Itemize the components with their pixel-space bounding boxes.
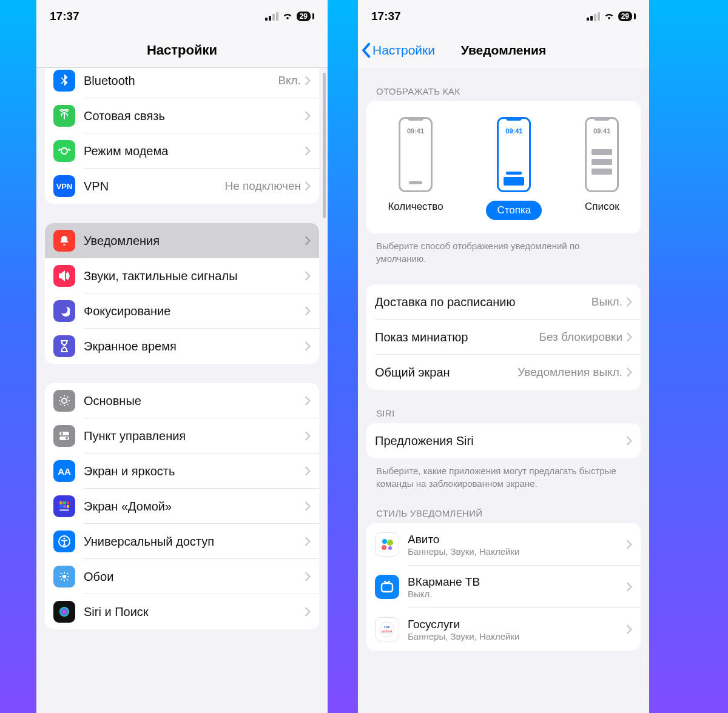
svg-rect-10: [67, 505, 69, 508]
chevron-right-icon: [305, 466, 311, 476]
notification-settings-group: Доставка по расписанию Выкл. Показ миниа…: [366, 284, 641, 390]
row-label: Siri и Поиск: [84, 605, 305, 619]
accessibility-icon: [53, 531, 75, 552]
row-label: Основные: [84, 394, 305, 408]
row-scheduled-delivery[interactable]: Доставка по расписанию Выкл.: [366, 284, 641, 320]
display-as-count[interactable]: 09:41 Количество: [388, 117, 443, 220]
svg-rect-7: [67, 501, 69, 504]
display-as-label: Список: [585, 201, 619, 213]
app-icon-avito: [375, 532, 399, 557]
svg-point-16: [382, 539, 387, 544]
svg-point-15: [59, 607, 69, 617]
display-as-label: Количество: [388, 201, 443, 213]
chevron-right-icon: [305, 236, 311, 246]
hotspot-icon: [53, 140, 75, 162]
app-sub: Выкл.: [408, 589, 480, 599]
row-controlcenter[interactable]: Пункт управления: [45, 418, 319, 454]
wifi-icon: [282, 12, 293, 21]
vpn-icon: VPN: [53, 175, 75, 197]
row-show-previews[interactable]: Показ миниатюр Без блокировки: [366, 320, 641, 355]
section-footer-siri: Выберите, какие приложения могут предлаг…: [358, 464, 649, 490]
chevron-right-icon: [305, 501, 311, 511]
app-notification-group: Авито Баннеры, Звуки, Наклейки ВКармане …: [366, 523, 641, 651]
chevron-right-icon: [305, 76, 311, 85]
section-header-siri: SIRI: [358, 408, 649, 418]
chevron-right-icon: [626, 297, 632, 307]
row-label: Режим модема: [84, 144, 305, 158]
app-row-vkarmane[interactable]: ВКармане ТВ Выкл.: [366, 566, 641, 608]
battery-icon: 29: [297, 12, 314, 21]
row-bluetooth[interactable]: Bluetooth Вкл.: [45, 63, 319, 98]
moon-icon: [53, 300, 75, 322]
scrollbar[interactable]: [323, 73, 326, 218]
row-sounds[interactable]: Звуки, тактильные сигналы: [45, 258, 319, 293]
chevron-right-icon: [305, 431, 311, 441]
svg-point-14: [62, 575, 66, 578]
svg-rect-11: [59, 509, 69, 511]
row-siri-suggestions[interactable]: Предложения Siri: [366, 423, 641, 458]
row-hotspot[interactable]: Режим модема: [45, 133, 319, 169]
nav-bar: Настройки Уведомления: [358, 33, 649, 68]
chevron-right-icon: [626, 624, 632, 634]
row-label: Экран «Домой»: [84, 500, 305, 514]
svg-text:услуги: услуги: [382, 629, 392, 633]
app-row-gosuslugi[interactable]: госуслуги Госуслуги Баннеры, Звуки, Накл…: [366, 608, 641, 651]
row-display[interactable]: AA Экран и яркость: [45, 454, 319, 489]
row-cellular[interactable]: Сотовая связь: [45, 98, 319, 133]
grid-icon: [53, 495, 75, 517]
chevron-right-icon: [626, 540, 632, 549]
display-as-stack[interactable]: 09:41 Стопка: [486, 117, 542, 220]
row-screentime[interactable]: Экранное время: [45, 329, 319, 364]
chevron-right-icon: [305, 607, 311, 617]
row-vpn[interactable]: VPN VPN Не подключен: [45, 169, 319, 204]
app-name: Авито: [408, 533, 519, 546]
svg-rect-20: [382, 583, 393, 592]
status-time: 17:37: [50, 10, 79, 23]
row-accessibility[interactable]: Универсальный доступ: [45, 524, 319, 559]
row-label: Экран и яркость: [84, 464, 305, 478]
app-icon-gosuslugi: госуслуги: [375, 617, 399, 641]
chevron-right-icon: [305, 271, 311, 281]
svg-rect-8: [59, 505, 62, 508]
wifi-icon: [604, 12, 615, 21]
status-time: 17:37: [371, 10, 401, 23]
chevron-right-icon: [305, 111, 311, 121]
svg-rect-6: [63, 501, 66, 504]
row-label: Сотовая связь: [84, 109, 305, 123]
app-sub: Баннеры, Звуки, Наклейки: [408, 631, 519, 641]
page-title: Настройки: [147, 42, 217, 58]
row-label: Общий экран: [375, 366, 517, 380]
svg-text:гос: гос: [384, 625, 390, 629]
status-bar: 17:37 29: [358, 0, 649, 33]
svg-point-19: [388, 546, 392, 550]
row-label: Показ миниатюр: [375, 330, 539, 344]
chevron-right-icon: [305, 146, 311, 156]
display-as-list[interactable]: 09:41 Список: [585, 117, 619, 220]
chevron-right-icon: [626, 582, 632, 592]
row-screen-sharing[interactable]: Общий экран Уведомления выкл.: [366, 355, 641, 390]
row-siri[interactable]: Siri и Поиск: [45, 594, 319, 629]
row-focus[interactable]: Фокусирование: [45, 293, 319, 329]
svg-point-4: [66, 437, 68, 440]
phone-settings: 17:37 29 Настройки Bluetooth Вкл.: [36, 0, 328, 713]
row-detail: Вкл.: [278, 74, 301, 87]
svg-point-0: [62, 398, 67, 403]
row-notifications[interactable]: Уведомления: [45, 223, 319, 258]
row-label: Доставка по расписанию: [375, 295, 592, 309]
row-detail: Уведомления выкл.: [517, 366, 622, 379]
app-row-avito[interactable]: Авито Баннеры, Звуки, Наклейки: [366, 523, 641, 566]
hourglass-icon: [53, 335, 75, 357]
back-button[interactable]: Настройки: [360, 33, 435, 68]
row-label: Фокусирование: [84, 304, 305, 318]
status-bar: 17:37 29: [36, 0, 328, 33]
row-home[interactable]: Экран «Домой»: [45, 489, 319, 524]
settings-group-alerts: Уведомления Звуки, тактильные сигналы Фо…: [45, 223, 319, 364]
row-label: Уведомления: [84, 234, 305, 248]
gear-icon: [53, 390, 75, 412]
phone-notifications: 17:37 29 Настройки Уведомления ОТОБРАЖАТ…: [358, 0, 649, 713]
row-label: Bluetooth: [84, 74, 278, 88]
row-general[interactable]: Основные: [45, 383, 319, 418]
siri-group: Предложения Siri: [366, 423, 641, 458]
row-wallpaper[interactable]: Обои: [45, 559, 319, 594]
app-icon-vkarmane: [375, 575, 399, 599]
